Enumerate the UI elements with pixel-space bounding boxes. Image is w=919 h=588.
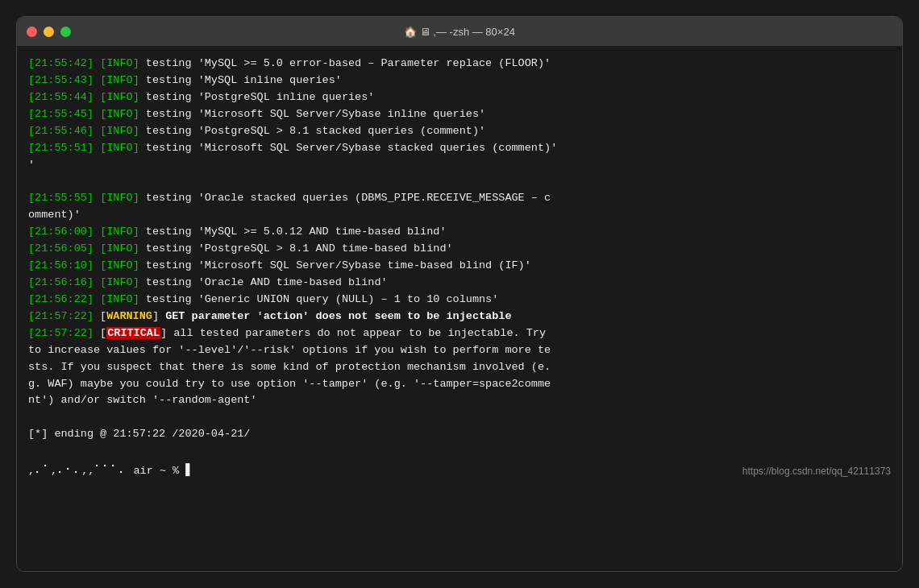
traffic-lights xyxy=(27,27,71,37)
timestamp: [21:55:51] xyxy=(28,142,94,154)
timestamp: [21:56:22] xyxy=(28,293,94,305)
info-tag: [INFO] xyxy=(100,226,139,238)
log-line-info: [21:55:42] [INFO] testing 'MySQL >= 5.0 … xyxy=(28,56,891,72)
log-line-info: [21:55:51] [INFO] testing 'Microsoft SQL… xyxy=(28,140,891,174)
timestamp: [21:57:22] xyxy=(28,310,94,322)
info-tag: [INFO] xyxy=(100,276,139,288)
empty-line xyxy=(28,173,891,190)
log-line-info: [21:55:43] [INFO] testing 'MySQL inline … xyxy=(28,72,891,89)
log-message: testing 'Microsoft SQL Server/Sybase tim… xyxy=(146,259,531,271)
log-message: testing 'PostgreSQL > 8.1 AND time-based… xyxy=(146,242,453,255)
info-tag: [INFO] xyxy=(100,108,139,120)
log-line-info: [21:55:44] [INFO] testing 'PostgreSQL in… xyxy=(28,89,891,106)
log-message: testing 'Microsoft SQL Server/Sybase inl… xyxy=(146,108,485,120)
critical-tag: CRITICAL xyxy=(106,327,160,339)
timestamp: [21:56:00] xyxy=(28,226,94,238)
ending-text: [*] ending @ 21:57:22 /2020-04-21/ xyxy=(28,428,250,440)
log-line-info: [21:56:22] [INFO] testing 'Generic UNION… xyxy=(28,292,891,308)
info-tag: [INFO] xyxy=(100,293,139,305)
terminal-window: 🏠 🖥 ,— -zsh — 80×24 [21:55:42] [INFO] te… xyxy=(16,16,903,572)
prompt-line: ,⠄⠁,⠄⠂⠄,,⠁⠁⠁⠄ air ~ % ▋https://blog.csdn… xyxy=(28,463,891,480)
timestamp: [21:55:45] xyxy=(28,108,94,120)
empty-line xyxy=(28,409,891,426)
prompt-text: ,⠄⠁,⠄⠂⠄,,⠁⠁⠁⠄ air ~ % ▋ xyxy=(28,463,192,480)
log-line-info: [21:56:05] [INFO] testing 'PostgreSQL > … xyxy=(28,241,891,258)
watermark: https://blog.csdn.net/qq_42111373 xyxy=(742,464,891,479)
log-line-info: [21:56:16] [INFO] testing 'Oracle AND ti… xyxy=(28,275,891,292)
window-title: 🏠 🖥 ,— -zsh — 80×24 xyxy=(404,26,515,38)
timestamp: [21:56:10] xyxy=(28,259,94,271)
log-message: testing 'PostgreSQL > 8.1 stacked querie… xyxy=(146,125,485,137)
info-tag: [INFO] xyxy=(100,259,139,271)
log-message: testing 'Generic UNION query (NULL) – 1 … xyxy=(146,293,498,305)
log-line-info: [21:56:10] [INFO] testing 'Microsoft SQL… xyxy=(28,258,891,275)
log-message: testing 'MySQL inline queries' xyxy=(146,74,342,86)
timestamp: [21:55:43] xyxy=(28,74,94,86)
terminal-output[interactable]: [21:55:42] [INFO] testing 'MySQL >= 5.0 … xyxy=(17,46,902,571)
log-message: testing 'Oracle AND time-based blind' xyxy=(146,276,388,288)
timestamp: [21:55:44] xyxy=(28,91,94,103)
info-tag: [INFO] xyxy=(100,91,139,103)
maximize-button[interactable] xyxy=(60,27,71,37)
timestamp: [21:55:42] xyxy=(28,57,94,69)
close-button[interactable] xyxy=(27,27,37,37)
log-line-info: [21:55:45] [INFO] testing 'Microsoft SQL… xyxy=(28,106,891,123)
minimize-button[interactable] xyxy=(44,27,54,37)
timestamp: [21:57:22] xyxy=(28,327,94,339)
timestamp: [21:55:55] xyxy=(28,192,94,204)
log-message: testing 'MySQL >= 5.0.12 AND time-based … xyxy=(146,226,447,238)
info-tag: [INFO] xyxy=(100,192,139,204)
info-tag: [INFO] xyxy=(100,142,139,154)
log-message: testing 'PostgreSQL inline queries' xyxy=(146,91,375,103)
timestamp: [21:55:46] xyxy=(28,125,94,137)
timestamp: [21:56:16] xyxy=(28,276,94,288)
info-tag: [INFO] xyxy=(100,125,139,137)
info-tag: [INFO] xyxy=(100,242,139,255)
log-line-info: [21:55:55] [INFO] testing 'Oracle stacke… xyxy=(28,190,891,224)
log-message: testing 'MySQL >= 5.0 error-based – Para… xyxy=(146,57,551,69)
empty-line xyxy=(28,443,891,460)
log-message: GET parameter 'action' does not seem to … xyxy=(165,310,511,322)
log-line-critical: [21:57:22] [CRITICAL] all tested paramet… xyxy=(28,325,891,410)
log-line-info: [21:55:46] [INFO] testing 'PostgreSQL > … xyxy=(28,123,891,140)
timestamp: [21:56:05] xyxy=(28,242,94,255)
titlebar: 🏠 🖥 ,— -zsh — 80×24 xyxy=(17,17,902,46)
info-tag: [INFO] xyxy=(100,57,139,69)
info-tag: [INFO] xyxy=(100,74,139,86)
log-line-info: [21:56:00] [INFO] testing 'MySQL >= 5.0.… xyxy=(28,224,891,241)
log-line-warning: [21:57:22] [WARNING] GET parameter 'acti… xyxy=(28,308,891,325)
warning-tag: WARNING xyxy=(106,310,152,322)
ending-line: [*] ending @ 21:57:22 /2020-04-21/ xyxy=(28,426,891,443)
